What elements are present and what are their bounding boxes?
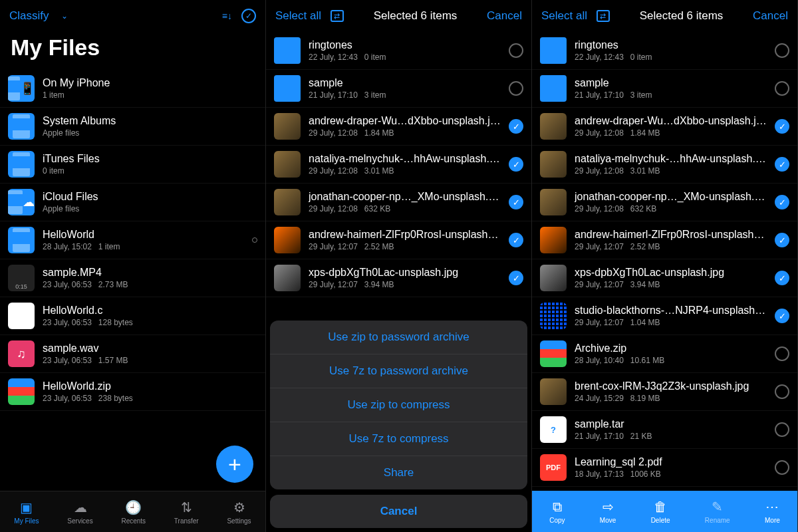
file-meta: sample.tar 21 July, 17:1021 KB (575, 418, 767, 441)
file-date: 29 July, 12:07 (575, 280, 624, 289)
sheet-cancel-button[interactable]: Cancel (270, 495, 527, 528)
cancel-button[interactable]: Cancel (753, 9, 788, 23)
file-icon: ? (540, 416, 567, 443)
selection-circle[interactable]: ✓ (509, 233, 523, 247)
file-row[interactable]: andrew-draper-Wu…dXbbo-unsplash.jpg 29 J… (266, 108, 531, 146)
sheet-option[interactable]: Use 7z to compress (270, 422, 527, 456)
selection-circle[interactable] (775, 346, 789, 361)
file-row[interactable]: HelloWorld 28 July, 15:021 item (0, 221, 265, 259)
selection-circle[interactable] (509, 81, 523, 96)
selection-circle[interactable] (509, 43, 523, 58)
sort-icon[interactable]: ≡↓ (222, 11, 232, 21)
select-all-button[interactable]: Select all (541, 9, 587, 23)
add-button[interactable]: + (216, 446, 253, 483)
file-date: 23 July, 06:53 (43, 394, 92, 403)
selection-circle[interactable]: ✓ (775, 119, 789, 134)
selection-circle[interactable] (775, 43, 789, 58)
file-row[interactable]: 📱 On My iPhone 1 item (0, 70, 265, 108)
tool-copy[interactable]: ⧉ Copy (549, 499, 565, 524)
file-name: HelloWorld (43, 229, 244, 241)
file-row[interactable]: xps-dpbXgTh0Lac-unsplash.jpg 29 July, 12… (266, 259, 531, 297)
file-row[interactable]: PDF Learning_sql 2.pdf 18 July, 17:13100… (532, 449, 797, 487)
file-icon (540, 113, 567, 140)
selection-circle[interactable]: ✓ (775, 233, 789, 247)
selection-circle[interactable]: ✓ (509, 271, 523, 285)
selection-circle[interactable] (775, 422, 789, 437)
selection-circle[interactable] (775, 460, 789, 475)
file-info: 0 item (630, 53, 652, 62)
file-row[interactable]: ☁ iCloud Files Apple files (0, 184, 265, 221)
selection-circle[interactable]: ✓ (509, 157, 523, 172)
file-row[interactable]: studio-blackthorns-…NJRP4-unsplash.jpg 2… (532, 297, 797, 335)
file-row[interactable]: System Albums Apple files (0, 108, 265, 146)
file-info: 1.84 MB (630, 128, 660, 138)
file-row[interactable]: andrew-draper-Wu…dXbbo-unsplash.jpg 29 J… (532, 108, 797, 146)
sheet-option[interactable]: Use zip to compress (270, 388, 527, 422)
file-row[interactable]: iTunes Files 0 item (0, 146, 265, 184)
file-row[interactable]: jonathan-cooper-np…_XMo-unsplash.jpg 29 … (266, 184, 531, 221)
file-name: nataliya-melnychuk-…hhAw-unsplash.jpg (575, 153, 767, 165)
classify-dropdown[interactable]: Classify ⌄ (9, 9, 68, 23)
selection-circle[interactable]: ✓ (775, 195, 789, 209)
file-row[interactable]: ringtones 22 July, 12:430 item (266, 32, 531, 70)
topbar: Select all Selected 6 items Cancel (266, 0, 531, 32)
selection-circle[interactable]: ✓ (775, 271, 789, 285)
file-icon (540, 227, 567, 253)
file-name: iTunes Files (43, 153, 257, 165)
file-meta: iTunes Files 0 item (43, 153, 257, 176)
file-info: 2.52 MB (364, 242, 394, 251)
file-row[interactable]: sample 21 July, 17:103 item (532, 70, 797, 108)
file-icon (8, 227, 35, 253)
swap-icon[interactable] (597, 10, 610, 22)
tool-more[interactable]: ⋯ More (765, 499, 780, 524)
selection-circle[interactable]: ✓ (509, 195, 523, 209)
pane-my-files: Classify ⌄ ≡↓ ✓ My Files 📱 On My iPhone … (0, 0, 266, 532)
file-row[interactable]: ringtones 22 July, 12:430 item (532, 32, 797, 70)
file-row[interactable]: nataliya-melnychuk-…hhAw-unsplash.jpg 29… (266, 146, 531, 184)
file-date: 22 July, 12:43 (309, 53, 358, 62)
selection-circle[interactable] (775, 81, 789, 96)
file-name: andrew-haimerl-ZlFrp0RrosI-unsplash.jpg (575, 229, 767, 241)
cancel-button[interactable]: Cancel (487, 9, 522, 23)
selection-circle[interactable]: ✓ (775, 157, 789, 172)
swap-icon[interactable] (331, 10, 344, 22)
file-row[interactable]: nataliya-melnychuk-…hhAw-unsplash.jpg 29… (532, 146, 797, 184)
tool-label: Rename (705, 517, 730, 524)
chevron-down-icon: ⌄ (61, 11, 68, 21)
tab-services[interactable]: ☁ Services (67, 499, 92, 525)
tool-rename[interactable]: ✎ Rename (705, 499, 730, 524)
sheet-option[interactable]: Use zip to password archive (270, 321, 527, 354)
file-icon: PDF (540, 454, 567, 481)
selection-circle[interactable] (775, 384, 789, 399)
file-info: 3 item (364, 90, 386, 100)
file-row[interactable]: sample 21 July, 17:103 item (266, 70, 531, 108)
selection-circle[interactable]: ✓ (775, 309, 789, 323)
file-row[interactable]: brent-cox-lRM-J3q2Z3k-unsplash.jpg 24 Ju… (532, 373, 797, 411)
file-icon (540, 151, 567, 178)
select-mode-icon[interactable]: ✓ (241, 9, 256, 23)
file-row[interactable]: HelloWorld.c 23 July, 06:53128 bytes (0, 297, 265, 335)
file-date: 23 July, 06:53 (43, 280, 92, 289)
file-row[interactable]: HelloWorld.zip 23 July, 06:53238 bytes (0, 373, 265, 411)
file-icon (274, 37, 301, 64)
sheet-option[interactable]: Use 7z to password archive (270, 354, 527, 388)
file-row[interactable]: Archive.zip 28 July, 10:4010.61 MB (532, 335, 797, 373)
tab-recents[interactable]: 🕘 Recents (121, 499, 146, 525)
select-all-button[interactable]: Select all (275, 9, 321, 23)
file-row[interactable]: xps-dpbXgTh0Lac-unsplash.jpg 29 July, 12… (532, 259, 797, 297)
file-row[interactable]: ♫ sample.wav 23 July, 06:531.57 MB (0, 335, 265, 373)
tab-settings[interactable]: ⚙ Settings (227, 499, 251, 525)
sheet-option[interactable]: Share (270, 456, 527, 489)
topbar: Classify ⌄ ≡↓ ✓ (0, 0, 265, 32)
tool-delete[interactable]: 🗑 Delete (651, 499, 670, 524)
file-name: sample.tar (575, 418, 767, 430)
tab-my-files[interactable]: ▣ My Files (14, 499, 39, 525)
file-row[interactable]: andrew-haimerl-ZlFrp0RrosI-unsplash.jpg … (532, 221, 797, 259)
tool-move[interactable]: ⇨ Move (600, 499, 616, 524)
file-row[interactable]: andrew-haimerl-ZlFrp0RrosI-unsplash.jpg … (266, 221, 531, 259)
file-row[interactable]: ? sample.tar 21 July, 17:1021 KB (532, 411, 797, 449)
selection-circle[interactable]: ✓ (509, 119, 523, 134)
file-row[interactable]: 0:15 sample.MP4 23 July, 06:532.73 MB (0, 259, 265, 297)
file-row[interactable]: jonathan-cooper-np…_XMo-unsplash.jpg 29 … (532, 184, 797, 221)
tab-transfer[interactable]: ⇅ Transfer (174, 499, 199, 525)
